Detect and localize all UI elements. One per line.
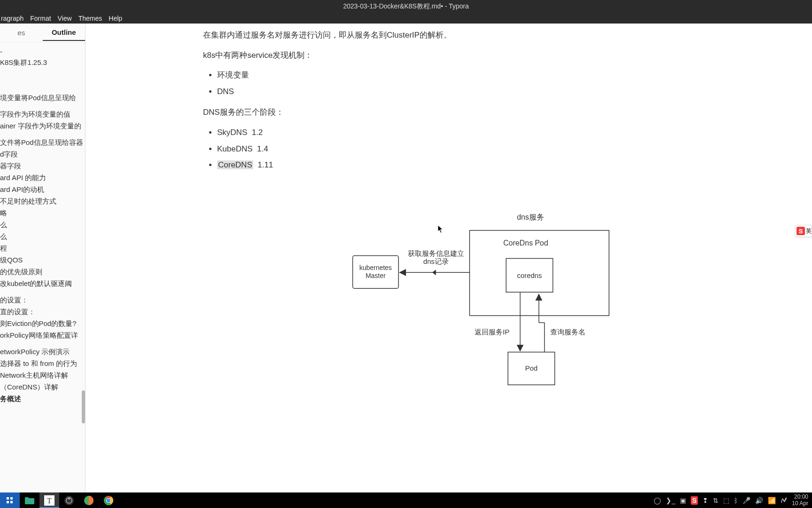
taskbar-obs[interactable]: [59, 492, 79, 508]
sogou-s-icon: S: [796, 227, 805, 235]
tray-terminal-icon[interactable]: ❯_: [666, 497, 675, 504]
paragraph[interactable]: DNS服务的三个阶段：: [203, 105, 610, 120]
system-tray: ◯ ❯_ ▣ S ❢ ⇅ ⬚ ᛒ 🎤 🔊 📶 🗲 20:00 10 Apr: [654, 494, 812, 506]
tray-volume-icon[interactable]: 🔊: [755, 497, 763, 504]
svg-rect-20: [10, 497, 13, 500]
outline-item[interactable]: 字段作为环境变量的值: [0, 109, 85, 120]
svg-text:kubernetes: kubernetes: [359, 264, 392, 271]
window-title: 2023-03-13-Docker&K8S教程.md• - Typora: [343, 2, 469, 11]
window-titlebar: 2023-03-13-Docker&K8S教程.md• - Typora: [0, 0, 812, 13]
sogou-ime-badge[interactable]: S 英: [795, 225, 812, 237]
svg-point-29: [68, 498, 70, 500]
taskbar-app-menu[interactable]: [0, 492, 20, 508]
list[interactable]: SkyDNS 1.2 KubeDNS 1.4 CoreDNS 1.11: [203, 126, 610, 173]
svg-text:获取服务信息建立: 获取服务信息建立: [408, 249, 464, 257]
svg-text:返回服务IP: 返回服务IP: [475, 327, 509, 335]
outline-item[interactable]: 务概述: [0, 393, 85, 405]
outline-item[interactable]: 境变量将Pod信息呈现给: [0, 92, 85, 104]
tray-network-icon[interactable]: ⇅: [713, 497, 718, 504]
taskbar-firefox[interactable]: [79, 492, 99, 508]
list-item[interactable]: DNS: [217, 85, 610, 99]
outline-item[interactable]: 文件将Pod信息呈现给容器: [0, 137, 85, 149]
svg-point-27: [64, 496, 74, 505]
outline-item[interactable]: 程: [0, 243, 85, 254]
svg-text:查询服务名: 查询服务名: [550, 327, 586, 335]
outline-item[interactable]: etworkPolicy 示例演示: [0, 346, 85, 358]
tray-sogou-icon[interactable]: S: [691, 496, 698, 505]
outline-item[interactable]: -: [0, 46, 85, 57]
outline-list[interactable]: - K8S集群1.25.3 境变量将Pod信息呈现给 字段作为环境变量的值 ai…: [0, 42, 85, 492]
menu-help[interactable]: Help: [109, 15, 122, 22]
outline-item[interactable]: 级QOS: [0, 254, 85, 266]
svg-rect-19: [7, 497, 9, 500]
tray-vpn-icon[interactable]: ⬚: [723, 497, 729, 504]
tray-wifi-icon[interactable]: 📶: [768, 497, 776, 504]
svg-rect-22: [10, 501, 13, 503]
svg-text:Pod: Pod: [525, 364, 538, 372]
tray-battery-icon[interactable]: 🗲: [781, 497, 787, 504]
taskbar: T ◯ ❯_ ▣ S ❢ ⇅ ⬚ ᛒ 🎤 🔊 📶 🗲 20:00 10 Apr: [0, 492, 812, 508]
tray-obs-icon[interactable]: ◯: [654, 497, 661, 504]
svg-text:Master: Master: [366, 272, 386, 279]
outline-item[interactable]: 的优先级原则: [0, 266, 85, 278]
outline-item[interactable]: 改kubelet的默认驱逐阈: [0, 278, 85, 290]
tray-clock[interactable]: 20:00 10 Apr: [792, 494, 808, 506]
list-item[interactable]: KubeDNS 1.4: [217, 142, 610, 157]
outline-item[interactable]: 直的设置：: [0, 306, 85, 318]
outline-item[interactable]: （CoreDNS）详解: [0, 381, 85, 393]
outline-item[interactable]: Network主机网络详解: [0, 370, 85, 381]
outline-item[interactable]: ard API的动机: [0, 184, 85, 196]
outline-item[interactable]: 则Eviction的Pod的数量?: [0, 318, 85, 330]
svg-rect-21: [7, 501, 9, 503]
menu-view[interactable]: View: [58, 15, 72, 22]
editor-area[interactable]: 在集群内通过服务名对服务进行访问，即从服务名到ClusterIP的解析。 k8s…: [86, 24, 812, 492]
outline-item[interactable]: 略: [0, 207, 85, 219]
outline-item[interactable]: K8S集群1.25.3: [0, 57, 85, 69]
svg-text:dns记录: dns记录: [423, 257, 449, 265]
paragraph[interactable]: k8s中有两种service发现机制：: [203, 48, 610, 63]
menu-themes[interactable]: Themes: [78, 15, 102, 22]
svg-point-35: [107, 499, 110, 502]
tab-files[interactable]: es: [0, 25, 43, 40]
menu-format[interactable]: Format: [30, 15, 51, 22]
menu-paragraph[interactable]: ragraph: [1, 15, 23, 22]
list[interactable]: 环境变量 DNS: [203, 68, 610, 99]
svg-marker-8: [432, 270, 436, 275]
paragraph[interactable]: 在集群内通过服务名对服务进行访问，即从服务名到ClusterIP的解析。: [203, 28, 610, 43]
outline-item[interactable]: [0, 69, 85, 92]
taskbar-file-manager[interactable]: [20, 492, 39, 508]
tray-updates-icon[interactable]: ▣: [680, 497, 686, 504]
tray-bluetooth-icon[interactable]: ᛒ: [734, 497, 738, 504]
outline-item[interactable]: ainer 字段作为环境变量的: [0, 120, 85, 132]
outline-sidebar: es Outline - K8S集群1.25.3 境变量将Pod信息呈现给 字段…: [0, 24, 86, 492]
outline-item[interactable]: 么: [0, 231, 85, 243]
list-item[interactable]: SkyDNS 1.2: [217, 126, 610, 140]
outline-item[interactable]: orkPolicy网络策略配置详: [0, 330, 85, 341]
tray-mic-icon[interactable]: 🎤: [742, 497, 750, 504]
tab-outline[interactable]: Outline: [43, 24, 86, 41]
svg-text:T: T: [47, 497, 52, 505]
list-item[interactable]: 环境变量: [217, 68, 610, 83]
mouse-cursor: [437, 225, 444, 233]
list-item[interactable]: CoreDNS 1.11: [217, 158, 610, 173]
outline-item[interactable]: d字段: [0, 149, 85, 160]
outline-item[interactable]: 器字段: [0, 160, 85, 172]
taskbar-chrome[interactable]: [99, 492, 118, 508]
outline-item[interactable]: 不足时的处理方式: [0, 196, 85, 207]
outline-item[interactable]: 么: [0, 219, 85, 231]
outline-item[interactable]: 选择器 to 和 from 的行为: [0, 358, 85, 370]
diagram-title: dns服务: [517, 213, 544, 221]
dns-diagram: dns服务 CoreDns Pod coredns kubernetes Mas…: [203, 207, 610, 405]
taskbar-typora[interactable]: T: [39, 492, 59, 508]
svg-text:coredns: coredns: [517, 271, 542, 279]
outline-item[interactable]: 的设置：: [0, 294, 85, 306]
outline-scrollbar[interactable]: [82, 390, 85, 423]
tray-info-icon[interactable]: ❢: [703, 497, 708, 504]
menu-bar: ragraph Format View Themes Help: [0, 13, 812, 24]
svg-text:CoreDns Pod: CoreDns Pod: [503, 238, 548, 246]
outline-item[interactable]: ard API 的能力: [0, 172, 85, 184]
svg-rect-24: [25, 497, 29, 499]
